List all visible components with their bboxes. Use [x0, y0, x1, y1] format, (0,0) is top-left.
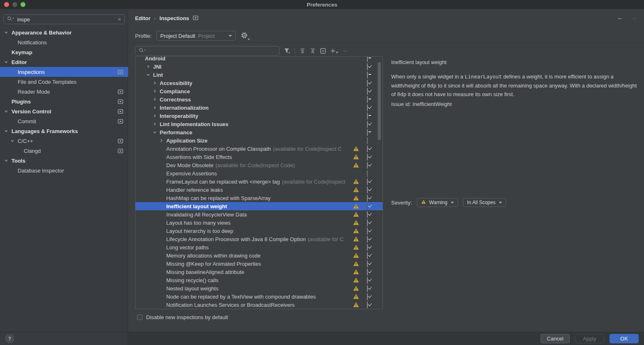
inspection-row[interactable]: Annotation Processor on Compile Classpat… — [135, 145, 383, 153]
inspection-checkbox[interactable] — [367, 71, 368, 78]
inspection-row[interactable]: Compliance — [135, 87, 383, 95]
inspection-row[interactable]: Nested layout weights — [135, 284, 383, 292]
inspection-checkbox[interactable] — [367, 56, 368, 62]
disable-new-inspections-checkbox[interactable] — [137, 315, 142, 320]
inspection-checkbox[interactable] — [367, 260, 368, 267]
filter-icon[interactable] — [284, 48, 290, 54]
sidebar-item-commit[interactable]: Commit — [0, 116, 128, 126]
remove-icon[interactable] — [343, 48, 348, 53]
add-icon[interactable] — [330, 48, 338, 53]
sidebar-item-tools[interactable]: Tools — [0, 156, 128, 166]
breadcrumb-section[interactable]: Editor — [135, 15, 151, 21]
chevron-right-icon[interactable] — [153, 122, 160, 126]
inspection-checkbox[interactable] — [367, 88, 368, 95]
chevron-right-icon[interactable] — [153, 114, 160, 118]
inspection-row[interactable]: Internationalization — [135, 104, 383, 112]
inspection-checkbox[interactable] — [367, 228, 368, 235]
minimize-button[interactable] — [12, 2, 17, 7]
inspection-checkbox[interactable] — [367, 178, 368, 185]
inspection-row[interactable]: Application Size — [135, 136, 383, 145]
chevron-down-icon[interactable] — [153, 130, 160, 134]
chevron-down-icon[interactable] — [10, 139, 18, 143]
inspection-checkbox[interactable] — [367, 162, 368, 169]
sidebar-item-inspections[interactable]: Inspections — [0, 67, 128, 77]
inspection-row[interactable]: Android — [135, 56, 383, 62]
chevron-down-icon[interactable] — [4, 109, 11, 113]
inspection-checkbox[interactable] — [367, 63, 368, 70]
profile-gear-button[interactable] — [241, 32, 248, 40]
inspection-row[interactable]: JNI — [135, 62, 383, 71]
inspection-row[interactable]: Memory allocations within drawing code — [135, 251, 383, 260]
severity-dropdown[interactable]: Warning — [417, 198, 458, 207]
sidebar-item-version-control[interactable]: Version Control — [0, 106, 128, 116]
inspection-row[interactable]: Missing recycle() calls — [135, 276, 383, 284]
inspection-checkbox[interactable] — [367, 129, 368, 136]
inspection-checkbox[interactable] — [367, 236, 368, 243]
inspection-checkbox[interactable] — [367, 137, 368, 144]
sidebar-item-reader-mode[interactable]: Reader Mode — [0, 87, 128, 97]
chevron-down-icon[interactable] — [4, 129, 11, 133]
inspection-row[interactable]: Performance — [135, 128, 383, 136]
scope-dropdown[interactable]: In All Scopes — [463, 198, 506, 207]
clear-search-icon[interactable]: × — [118, 16, 121, 22]
inspection-checkbox[interactable] — [367, 104, 368, 111]
inspection-row[interactable]: Long vector paths — [135, 243, 383, 251]
collapse-all-icon[interactable] — [310, 48, 316, 54]
inspection-checkbox[interactable] — [367, 219, 368, 226]
sidebar-item-notifications[interactable]: Notifications — [0, 37, 128, 47]
inspection-checkbox[interactable] — [367, 285, 368, 292]
chevron-down-icon[interactable] — [4, 30, 11, 34]
inspection-checkbox[interactable] — [367, 145, 368, 152]
inspection-checkbox[interactable] — [367, 244, 368, 251]
profile-dropdown[interactable]: Project Default Project — [156, 31, 236, 41]
expand-all-icon[interactable] — [300, 48, 305, 54]
inspection-row[interactable]: Layout has too many views — [135, 218, 383, 227]
inspection-checkbox[interactable] — [367, 293, 368, 300]
inspection-row[interactable]: HashMap can be replaced with SparseArray — [135, 194, 383, 202]
scrollbar[interactable] — [378, 62, 381, 140]
chevron-right-icon[interactable] — [153, 81, 160, 85]
inspection-row[interactable]: Handler reference leaks — [135, 186, 383, 194]
chevron-down-icon[interactable] — [4, 159, 11, 163]
inspection-checkbox[interactable] — [367, 203, 368, 210]
sidebar-item-file-and-code-templates[interactable]: File and Code Templates — [0, 77, 128, 87]
inspection-checkbox[interactable] — [367, 211, 368, 218]
chevron-right-icon[interactable] — [146, 64, 153, 69]
inspection-row[interactable]: Notification Launches Services or Broadc… — [135, 301, 383, 309]
inspection-checkbox[interactable] — [367, 252, 368, 259]
inspection-row[interactable]: Correctness — [135, 95, 383, 104]
sidebar-item-languages-frameworks[interactable]: Languages & Frameworks — [0, 126, 128, 136]
inspections-search-input[interactable] — [147, 48, 276, 54]
inspection-checkbox[interactable] — [367, 186, 368, 193]
sidebar-item-keymap[interactable]: Keymap — [0, 47, 128, 57]
inspection-row[interactable]: Dev Mode Obsolete(available for Code|Ins… — [135, 161, 383, 169]
close-button[interactable] — [4, 2, 9, 7]
sidebar-item-clangd[interactable]: Clangd — [0, 146, 128, 156]
reset-icon[interactable] — [320, 48, 326, 54]
inspection-row[interactable]: Invalidating All RecyclerView Data — [135, 210, 383, 218]
inspection-row[interactable]: Missing @Keep for Animated Properties — [135, 260, 383, 268]
inspection-checkbox[interactable] — [367, 195, 368, 202]
apply-button[interactable]: Apply — [575, 334, 604, 343]
chevron-down-icon[interactable] — [146, 73, 153, 77]
inspection-checkbox[interactable] — [367, 80, 368, 87]
sidebar-item-database-inspector[interactable]: Database Inspector — [0, 166, 128, 175]
chevron-right-icon[interactable] — [159, 138, 166, 143]
inspection-row[interactable]: Missing baselineAligned attribute — [135, 268, 383, 276]
sidebar-item-appearance-behavior[interactable]: Appearance & Behavior — [0, 28, 128, 37]
inspection-row[interactable]: Lifecycle Annotation Processor with Java… — [135, 235, 383, 243]
inspection-row[interactable]: FrameLayout can be replaced with <merge>… — [135, 177, 383, 186]
inspection-row[interactable]: Lint Implementation Issues — [135, 120, 383, 128]
inspection-row[interactable]: Lint — [135, 71, 383, 79]
sidebar-item-editor[interactable]: Editor — [0, 57, 128, 67]
sidebar-item-plugins[interactable]: Plugins — [0, 97, 128, 106]
inspection-checkbox[interactable] — [367, 170, 368, 177]
forward-arrow-icon[interactable]: → — [631, 14, 637, 21]
inspection-checkbox[interactable] — [367, 154, 368, 161]
cancel-button[interactable]: Cancel — [541, 334, 570, 343]
inspection-row[interactable]: Layout hierarchy is too deep — [135, 227, 383, 235]
inspection-checkbox[interactable] — [367, 277, 368, 284]
settings-search-input[interactable] — [17, 16, 115, 23]
chevron-right-icon[interactable] — [153, 89, 160, 93]
inspections-search-field[interactable] — [135, 46, 280, 56]
